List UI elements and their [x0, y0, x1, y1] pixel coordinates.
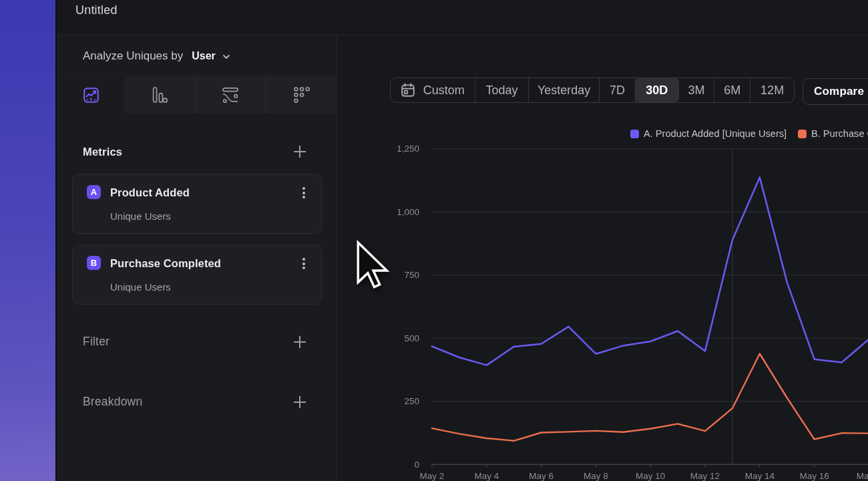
svg-text:May 8: May 8	[584, 471, 608, 481]
svg-text:May 10: May 10	[636, 471, 665, 481]
svg-text:May 16: May 16	[799, 471, 829, 481]
svg-text:May 12: May 12	[690, 471, 720, 481]
svg-text:1,250: 1,250	[397, 144, 419, 154]
svg-text:May 18: May 18	[857, 471, 868, 481]
svg-text:250: 250	[404, 396, 419, 406]
svg-text:May 6: May 6	[529, 471, 554, 481]
svg-text:500: 500	[404, 333, 419, 343]
svg-text:750: 750	[404, 270, 419, 280]
svg-text:0: 0	[414, 460, 419, 470]
svg-text:May 14: May 14	[745, 471, 775, 481]
svg-text:May 2: May 2	[420, 471, 445, 481]
svg-text:1,000: 1,000	[397, 207, 419, 217]
svg-text:May 4: May 4	[474, 471, 499, 481]
